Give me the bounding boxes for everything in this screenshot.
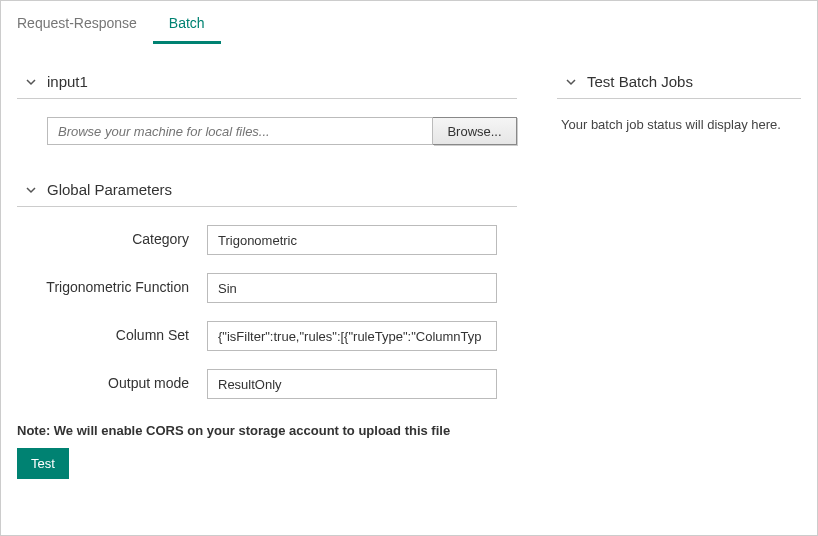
section-input1-title: input1 [47,73,88,90]
test-button[interactable]: Test [17,448,69,479]
section-test-batch-jobs-title: Test Batch Jobs [587,73,693,90]
category-label: Category [17,225,207,247]
tab-bar: Request-Response Batch [1,1,817,45]
category-input[interactable] [207,225,497,255]
file-browse-input[interactable] [47,117,433,145]
cors-note: Note: We will enable CORS on your storag… [17,423,517,438]
batch-status-text: Your batch job status will display here. [557,117,801,132]
column-set-input[interactable] [207,321,497,351]
browse-button[interactable]: Browse... [433,117,517,145]
output-mode-label: Output mode [17,369,207,391]
tab-batch[interactable]: Batch [153,9,221,44]
chevron-down-icon [25,76,37,88]
output-mode-input[interactable] [207,369,497,399]
trig-func-label: Trigonometric Function [17,273,207,295]
chevron-down-icon [25,184,37,196]
section-test-batch-jobs-header[interactable]: Test Batch Jobs [557,65,801,99]
section-global-params-header[interactable]: Global Parameters [17,173,517,207]
trig-func-input[interactable] [207,273,497,303]
column-set-label: Column Set [17,321,207,343]
section-global-params-title: Global Parameters [47,181,172,198]
tab-request-response[interactable]: Request-Response [1,9,153,44]
chevron-down-icon [565,76,577,88]
section-input1-header[interactable]: input1 [17,65,517,99]
